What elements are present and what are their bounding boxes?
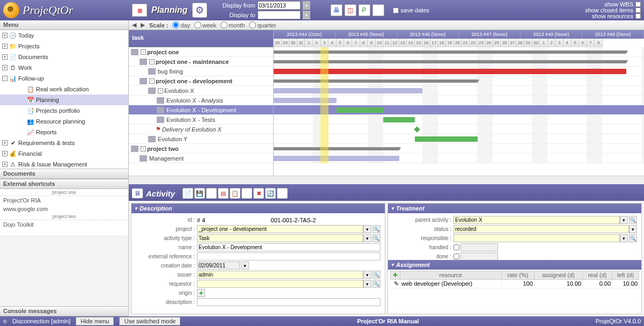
save-button[interactable]: 💾 — [194, 188, 205, 199]
display-to-input[interactable] — [258, 11, 301, 19]
copy-button[interactable]: 📋 — [230, 188, 240, 199]
task-row[interactable]: Management — [129, 154, 273, 163]
task-row[interactable]: ⚑ Delivery of Evolution X — [129, 125, 273, 134]
name-input[interactable] — [197, 243, 380, 251]
scale-quarter-radio[interactable] — [249, 21, 256, 28]
expand-icon[interactable]: - — [141, 146, 146, 151]
dropdown-icon[interactable]: ▾ — [620, 216, 628, 224]
task-row[interactable]: -project one - developement — [129, 76, 273, 86]
dropdown-icon[interactable]: ▾ — [629, 225, 637, 233]
dropdown-icon[interactable]: ▾ — [363, 280, 371, 288]
table-row[interactable]: ✎web developer (Developer)10010.000.0010… — [391, 279, 639, 288]
refresh-button[interactable]: 🔄 — [265, 188, 276, 199]
gantt-bar[interactable] — [336, 107, 384, 113]
done-date[interactable] — [460, 252, 498, 260]
nav-item[interactable]: +🕓Today — [0, 30, 128, 41]
export-icon[interactable]: ▦ — [372, 4, 384, 16]
show-wbs-checkbox[interactable] — [635, 2, 641, 7]
handled-checkbox[interactable] — [453, 243, 459, 251]
task-row[interactable]: -Evolution X — [129, 86, 273, 96]
gantt-bar[interactable] — [383, 117, 414, 122]
parent-input[interactable] — [453, 216, 620, 224]
scale-day-radio[interactable] — [172, 21, 179, 28]
pdf-button[interactable]: ▤ — [218, 188, 229, 199]
edit-icon[interactable]: ✎ — [394, 280, 399, 287]
documents-header[interactable]: Documents — [0, 169, 128, 179]
external-header[interactable]: External shortcuts — [0, 179, 128, 189]
expand-icon[interactable]: + — [2, 140, 8, 146]
show-closed-checkbox[interactable] — [635, 8, 641, 13]
console-header[interactable]: Console messages — [0, 307, 128, 316]
nav-item[interactable]: 📑Projects portfolio — [0, 105, 128, 116]
disconnection-link[interactable]: Disconnection [admin] — [12, 318, 70, 324]
delete-button[interactable]: ✖ — [253, 188, 264, 199]
horizontal-scrollbar[interactable] — [129, 176, 644, 184]
issuer-input[interactable] — [197, 271, 363, 279]
task-row[interactable]: Evolution Y — [129, 134, 273, 144]
save-dates-checkbox[interactable] — [393, 8, 399, 13]
new-button[interactable]: 📄 — [182, 188, 193, 199]
gantt-summary-bar[interactable] — [274, 79, 478, 83]
task-row[interactable]: -project one - maintenance — [129, 57, 273, 67]
type-input[interactable] — [197, 234, 363, 242]
search-icon[interactable]: 🔍 — [372, 271, 380, 279]
search-icon[interactable]: 🔍 — [372, 280, 380, 288]
expand-icon[interactable]: + — [2, 33, 8, 38]
undo-button[interactable]: ↶ — [241, 188, 252, 199]
task-row[interactable]: -project two — [129, 144, 273, 154]
search-icon[interactable]: 🔍 — [629, 234, 637, 242]
expand-icon[interactable]: + — [2, 162, 8, 167]
expand-icon[interactable]: - — [149, 78, 155, 84]
status-input[interactable] — [453, 225, 629, 233]
assignment-panel-header[interactable]: Assignment — [388, 260, 641, 270]
project-icon[interactable]: P — [358, 4, 370, 16]
project-input[interactable] — [197, 225, 363, 233]
search-icon[interactable]: 🔍 — [372, 225, 380, 233]
expand-icon[interactable]: - — [158, 88, 163, 93]
cdate-input[interactable] — [197, 262, 240, 270]
nav-item[interactable]: 📋Real work allocation — [0, 84, 128, 95]
search-icon[interactable]: 🔍 — [629, 216, 637, 224]
external-link[interactable]: Dojo Toolkit — [0, 220, 128, 229]
nav-item[interactable]: +✔Requirements & tests — [0, 137, 128, 148]
task-row[interactable]: -project one — [129, 47, 273, 57]
nav-item[interactable]: -📊Follow-up — [0, 73, 128, 84]
nav-item[interactable]: 📅Planning — [0, 95, 128, 105]
done-checkbox[interactable] — [453, 252, 459, 260]
task-row[interactable]: Evolutoin X - Analysis — [129, 96, 273, 105]
search-icon[interactable]: 🔍 — [372, 234, 380, 242]
scale-month-radio[interactable] — [221, 21, 228, 28]
expand-icon[interactable]: + — [2, 54, 8, 60]
task-row[interactable]: Evolution X - Tests — [129, 115, 273, 125]
gantt-bar[interactable] — [274, 156, 399, 161]
scale-week-radio[interactable] — [194, 21, 201, 28]
dropdown-icon[interactable]: ▾ — [303, 11, 310, 19]
nav-item[interactable]: +📁Projects — [0, 41, 128, 52]
nav-item[interactable]: +🗒Work — [0, 62, 128, 73]
nav-item[interactable]: +💰Financial — [0, 148, 128, 159]
external-link[interactable]: Project'Or RIA — [0, 196, 128, 205]
dropdown-icon[interactable]: ▾ — [620, 234, 628, 242]
task-row[interactable]: Evolution X - Development — [129, 105, 273, 115]
gear-icon[interactable]: ⚙ — [192, 3, 207, 18]
gantt-bar[interactable] — [415, 136, 478, 142]
gantt-milestone[interactable] — [414, 126, 420, 132]
nav-item[interactable]: 👥Resource planning — [0, 116, 128, 127]
requestor-input[interactable] — [197, 280, 363, 288]
dropdown-icon[interactable]: ▾ — [363, 234, 371, 242]
nav-item[interactable]: +⚠Risk & Issue Management — [0, 159, 128, 169]
pdf-icon[interactable]: ◫ — [345, 4, 356, 16]
task-row[interactable]: bug fixing — [129, 67, 273, 76]
expand-icon[interactable]: + — [2, 44, 8, 49]
mail-button[interactable]: ✉ — [277, 188, 288, 199]
print-button[interactable]: 🖶 — [206, 188, 217, 199]
nav-item[interactable]: 📈Reports — [0, 127, 128, 137]
expand-icon[interactable]: - — [149, 59, 155, 64]
print-icon[interactable]: 🖶 — [331, 4, 342, 16]
treatment-panel-header[interactable]: Treatment — [388, 204, 641, 213]
hide-menu-button[interactable]: Hide menu — [76, 317, 114, 325]
gantt-summary-bar[interactable] — [274, 147, 399, 150]
expand-icon[interactable]: + — [2, 151, 8, 156]
dropdown-icon[interactable]: ▾ — [303, 1, 310, 10]
expand-icon[interactable]: + — [2, 65, 8, 70]
